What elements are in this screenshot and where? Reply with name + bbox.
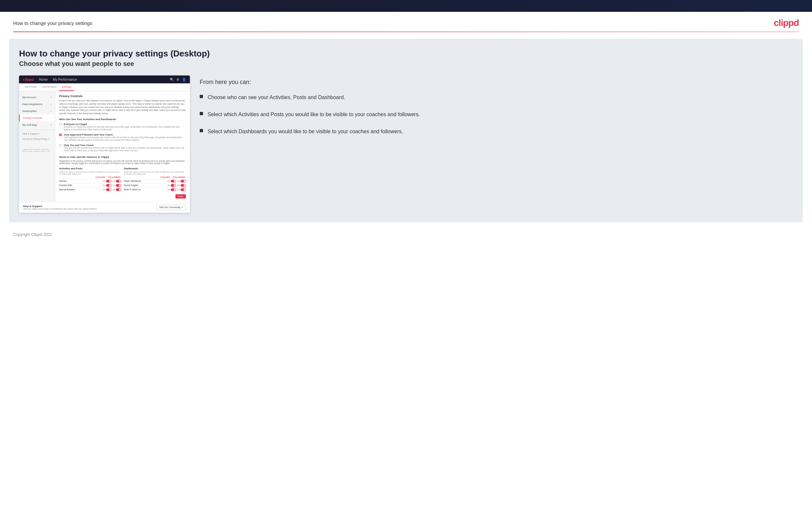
mock-radio-circle-everyone: [59, 123, 62, 126]
mock-logo: clippd: [23, 77, 34, 81]
bullet-square-3: [200, 129, 203, 132]
mock-radio-circle-followers: [59, 133, 62, 136]
bullet-item-3: Select which Dashboards you would like t…: [200, 128, 793, 135]
mock-sidebar-privacy-link: Service & Privacy Policy ↗: [19, 136, 55, 142]
mock-sidebar-account: My Account›: [19, 94, 55, 101]
bullet-square-1: [200, 95, 203, 98]
content-row: clippd Home My Performance 🔍 ⚙ 👤 My Prof…: [19, 75, 793, 213]
mock-radio-circle-coach: [59, 144, 62, 147]
mock-help-title: Help & Support: [23, 205, 97, 208]
mock-sidebar: My Account› Data Integrations› Subscript…: [19, 91, 55, 202]
bullet-item-2: Select which Activities and Posts you wo…: [200, 111, 793, 118]
mock-radio-group: Everyone on Clippd Everyone on Clippd ca…: [59, 123, 186, 152]
mock-show-hide-desc: Regardless of the privacy controls that …: [59, 160, 186, 164]
mock-privacy-desc: Control how you and your data appears to…: [59, 99, 186, 115]
main-heading: How to change your privacy settings (Des…: [19, 49, 793, 59]
mock-nav-performance: My Performance: [53, 78, 77, 81]
screenshot-mockup: clippd Home My Performance 🔍 ⚙ 👤 My Prof…: [19, 75, 190, 213]
mock-activities-table: Activities and Posts Select the types of…: [59, 167, 121, 192]
mock-community-button[interactable]: Visit Our Community ↗: [156, 205, 186, 210]
bullet-item-1: Choose who can see your Activities, Post…: [200, 94, 793, 101]
mock-dashboards-title: Dashboards: [124, 167, 186, 170]
mock-sidebar-data: Data Integrations›: [19, 101, 55, 108]
mock-radio-desc-coach: Only you and the coaches you connect wit…: [64, 147, 186, 152]
mock-sidebar-golfbag: My Golf Bag›: [19, 121, 55, 128]
main-subheading: Choose what you want people to see: [19, 60, 793, 68]
mock-row-drills: Practice Drills ON ON: [59, 183, 121, 187]
copyright-text: Copyright Clippd 2022: [13, 232, 52, 237]
mock-radio-everyone: Everyone on Clippd Everyone on Clippd ca…: [59, 123, 186, 131]
mock-search-icon: 🔍: [170, 78, 174, 81]
mock-activities-desc: Select the types of activity that you'd …: [59, 171, 121, 175]
header: How to change your privacy settings clip…: [0, 12, 812, 32]
mock-body: My Account› Data Integrations› Subscript…: [19, 91, 190, 202]
top-bar: [0, 0, 812, 12]
mock-activities-title: Activities and Posts: [59, 167, 121, 170]
mock-sidebar-help: Help & Support ↗: [19, 131, 55, 136]
mock-settings-icon: ⚙: [176, 78, 180, 81]
mock-row-player-dashboard: Player Dashboard ON ON: [124, 179, 186, 183]
bullet-square-2: [200, 112, 203, 115]
mock-help-desc: Visit our Clippd community to troublesho…: [23, 208, 97, 210]
mock-privacy-title: Privacy Controls: [59, 95, 186, 98]
mock-row-round-insights: Round Insights ON ON: [124, 183, 186, 187]
bullet-text-2: Select which Activities and Posts you wo…: [208, 111, 420, 118]
mock-sidebar-subscription: Subscription›: [19, 108, 55, 115]
mock-tables-row: Activities and Posts Select the types of…: [59, 167, 186, 192]
logo: clippd: [774, 18, 799, 28]
mock-radio-label-followers: Only Approved Followers and Your Coach: [64, 133, 186, 136]
mock-help-section: Help & Support Visit our Clippd communit…: [19, 202, 190, 213]
mock-save-row: Save: [59, 194, 186, 199]
mock-tab-profile: My Profile: [22, 83, 39, 91]
mock-save-button[interactable]: Save: [175, 194, 186, 199]
mock-row-what-to-work: What To Work On ON ON: [124, 187, 186, 192]
mock-row-rounds: Rounds ON ON: [59, 179, 121, 183]
mock-dashboards-header: COACHESFOLLOWERS: [124, 176, 186, 178]
mock-tab-settings: Settings: [59, 83, 74, 91]
mock-subnav: My Profile Connections Settings: [19, 83, 190, 91]
mock-radio-followers: Only Approved Followers and Your Coach O…: [59, 133, 186, 142]
mock-row-manual: Manual Activities ON ON: [59, 187, 121, 192]
footer: Copyright Clippd 2022: [0, 229, 812, 240]
mock-sidebar-privacy: Privacy Controls›: [19, 115, 55, 121]
mock-visibility-title: Who Can See Your Activities and Dashboar…: [59, 118, 186, 121]
mock-sidebar-divider: [19, 130, 55, 130]
mock-radio-coach: Only You and Your Coach Only you and the…: [59, 144, 186, 152]
mock-dashboards-table: Dashboards Select the types of activity …: [124, 167, 186, 192]
page-title: How to change your privacy settings: [13, 20, 92, 26]
mock-radio-desc-followers: Only approved followers and coaches you …: [64, 136, 186, 142]
mock-radio-label-everyone: Everyone on Clippd: [64, 123, 186, 126]
mock-main-area: Privacy Controls Control how you and you…: [55, 91, 190, 202]
mock-nav-home: Home: [39, 78, 48, 81]
mock-nav-icons: 🔍 ⚙ 👤: [170, 78, 186, 81]
mock-user-icon: 👤: [182, 78, 186, 81]
mock-radio-desc-everyone: Everyone on Clippd can search for you an…: [64, 126, 186, 131]
bullets-section: From here you can: Choose who can see yo…: [200, 75, 793, 145]
header-divider: [13, 32, 799, 32]
bullets-heading: From here you can:: [200, 79, 793, 86]
mock-sidebar-version: Clippd Client Version: 2022.8.2SQL Serve…: [19, 147, 55, 154]
bullet-text-3: Select which Dashboards you would like t…: [208, 128, 403, 135]
mock-help-left: Help & Support Visit our Clippd communit…: [23, 205, 97, 210]
mock-show-hide-title: Show or hide specific features in Clippd: [59, 156, 186, 159]
mock-dashboards-desc: Select the types of activity that you'd …: [124, 171, 186, 175]
mock-radio-label-coach: Only You and Your Coach: [64, 144, 186, 147]
bullet-text-1: Choose who can see your Activities, Post…: [208, 94, 345, 101]
mock-activities-header: COACHESFOLLOWERS: [59, 176, 121, 178]
mock-navbar: clippd Home My Performance 🔍 ⚙ 👤: [19, 75, 190, 83]
mock-tab-connections: Connections: [39, 83, 59, 91]
main-content: How to change your privacy settings (Des…: [9, 39, 803, 223]
